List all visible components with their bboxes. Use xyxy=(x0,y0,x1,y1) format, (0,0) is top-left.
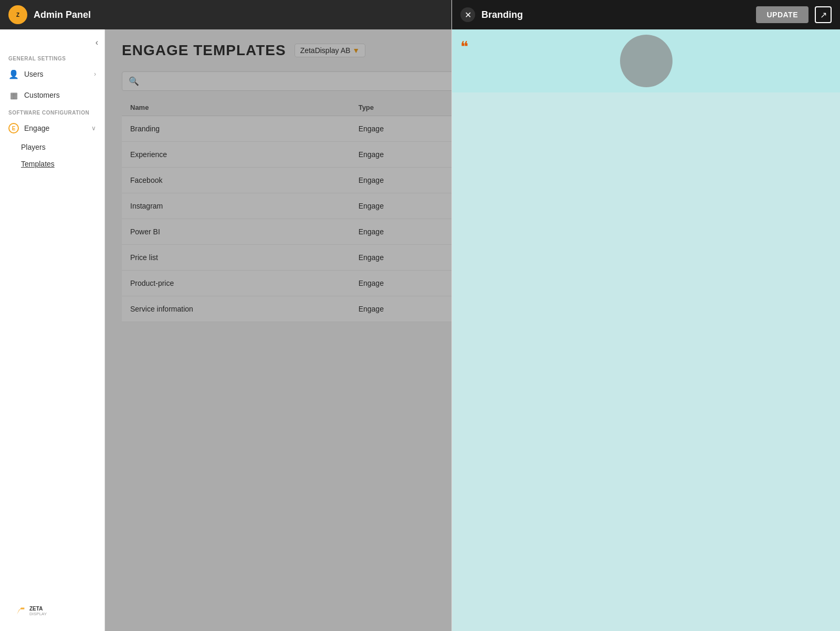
sidebar: ‹ GENERAL SETTINGS 👤 Users › ▦ Customers… xyxy=(0,29,105,631)
branding-panel: ✕ Branding UPDATE ↗ ❝ xyxy=(452,0,840,631)
sidebar-item-players[interactable]: Players xyxy=(0,139,104,156)
general-settings-label: GENERAL SETTINGS xyxy=(0,51,104,64)
users-arrow: › xyxy=(94,70,96,78)
app-title: Admin Panel xyxy=(34,9,91,20)
branding-icon: ❝ xyxy=(460,38,468,55)
svg-rect-2 xyxy=(8,606,25,616)
customers-icon: ▦ xyxy=(8,90,19,100)
sidebar-item-engage[interactable]: E Engage ∨ xyxy=(0,118,104,139)
templates-label: Templates xyxy=(21,160,55,168)
collapse-sidebar-button[interactable]: ‹ xyxy=(0,36,104,51)
branding-title: Branding xyxy=(481,9,750,20)
engage-arrow: ∨ xyxy=(91,125,96,132)
sidebar-bottom: ZETA DISPLAY xyxy=(0,597,104,625)
sidebar-item-users[interactable]: 👤 Users › xyxy=(0,64,104,85)
zeta-logo: ZETA DISPLAY xyxy=(8,606,96,616)
users-label: Users xyxy=(24,70,44,78)
customers-label: Customers xyxy=(24,91,60,99)
app-logo: Z xyxy=(8,5,27,24)
branding-preview: ❝ xyxy=(452,29,840,92)
branding-close-button[interactable]: ✕ xyxy=(460,7,475,22)
sidebar-item-customers[interactable]: ▦ Customers xyxy=(0,85,104,106)
branding-header: ✕ Branding UPDATE ↗ xyxy=(452,0,840,29)
svg-text:Z: Z xyxy=(16,12,19,18)
update-button[interactable]: UPDATE xyxy=(756,6,808,23)
external-link-icon: ↗ xyxy=(820,10,827,20)
external-link-button[interactable]: ↗ xyxy=(815,6,832,23)
software-config-label: SOFTWARE CONFIGURATION xyxy=(0,106,104,118)
engage-label: Engage xyxy=(24,124,49,132)
engage-icon: E xyxy=(8,123,19,133)
preview-circle xyxy=(620,35,673,87)
sidebar-item-templates[interactable]: Templates xyxy=(0,156,104,172)
users-icon: 👤 xyxy=(8,69,19,79)
players-label: Players xyxy=(21,143,46,151)
